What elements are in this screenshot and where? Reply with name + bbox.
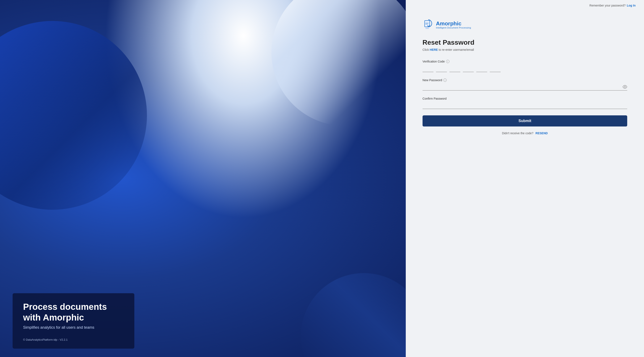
- logo-text: Amorphic Intelligent Document Processing: [436, 20, 471, 29]
- toggle-password-icon[interactable]: [622, 84, 627, 90]
- verification-digit-3[interactable]: [450, 65, 460, 72]
- verification-inputs: [422, 65, 627, 72]
- new-password-label: New Password i: [422, 78, 627, 82]
- svg-point-4: [624, 86, 626, 87]
- svg-rect-1: [426, 28, 429, 29]
- resend-link[interactable]: RESEND: [536, 131, 548, 135]
- amorphic-logo-icon: [422, 19, 434, 30]
- verification-code-group: Verification Code i: [422, 60, 627, 72]
- page-title: Reset Password: [422, 38, 627, 46]
- subtitle-pre: Click: [422, 48, 430, 51]
- form-container: Amorphic Intelligent Document Processing…: [406, 11, 644, 357]
- verification-digit-4[interactable]: [463, 65, 474, 72]
- verification-info-icon[interactable]: i: [446, 60, 450, 63]
- new-password-info-icon[interactable]: i: [443, 78, 447, 82]
- subtitle-post: to re-enter username/email: [438, 48, 474, 51]
- verification-digit-2[interactable]: [436, 65, 447, 72]
- brand-tagline: Intelligent Document Processing: [436, 26, 471, 29]
- brand-name: Amorphic: [436, 20, 471, 27]
- verification-digit-5[interactable]: [476, 65, 487, 72]
- remember-text: Remember your password?: [590, 4, 626, 7]
- confirm-password-wrapper: [422, 102, 627, 109]
- submit-button[interactable]: Submit: [422, 115, 627, 126]
- verification-digit-6[interactable]: [490, 65, 501, 72]
- new-password-input[interactable]: [422, 84, 627, 91]
- new-password-wrapper: [422, 84, 627, 91]
- verification-digit-1[interactable]: [422, 65, 434, 72]
- top-bar: Remember your password? Log In: [406, 0, 644, 11]
- version-text: © DataAnalyticsPlatform-idp - V2.2.1: [23, 338, 124, 341]
- resend-row: Didn't receive the code? RESEND: [422, 131, 627, 135]
- logo-area: Amorphic Intelligent Document Processing: [422, 19, 627, 30]
- hero-box: Process documents with Amorphic Simplifi…: [12, 293, 134, 349]
- left-panel: Process documents with Amorphic Simplifi…: [0, 0, 406, 357]
- hero-headline: Process documents with Amorphic: [23, 302, 124, 323]
- here-link[interactable]: HERE: [430, 48, 438, 51]
- confirm-password-input[interactable]: [422, 102, 627, 109]
- hero-subtitle: Simplifies analytics for all users and t…: [23, 325, 124, 330]
- confirm-password-label: Confirm Password: [422, 97, 627, 100]
- right-panel: Remember your password? Log In Amorphic …: [406, 0, 644, 357]
- new-password-group: New Password i: [422, 78, 627, 91]
- resend-pre: Didn't receive the code?: [502, 131, 534, 135]
- confirm-password-group: Confirm Password: [422, 97, 627, 109]
- login-link[interactable]: Log In: [627, 4, 636, 7]
- subtitle: Click HERE to re-enter username/email: [422, 48, 627, 51]
- verification-label: Verification Code i: [422, 60, 627, 63]
